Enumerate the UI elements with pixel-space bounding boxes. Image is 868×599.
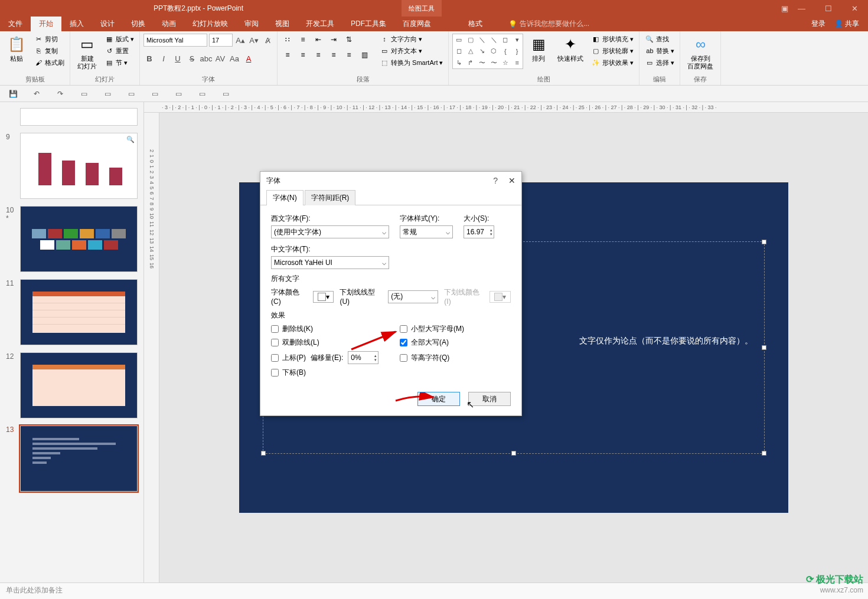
italic-button[interactable]: I: [158, 53, 169, 64]
quick-styles-button[interactable]: ✦ 快速样式: [554, 34, 587, 64]
font-color-button[interactable]: A: [243, 53, 254, 64]
share-button[interactable]: 👤 共享: [834, 19, 859, 29]
thumbnail-10[interactable]: 10*: [0, 202, 143, 276]
numbering-button[interactable]: ≡: [296, 34, 309, 45]
shape-fill-button[interactable]: ◧形状填充 ▾: [589, 34, 635, 44]
underline-style-combo[interactable]: (无): [388, 290, 438, 303]
qat-icon-3[interactable]: ▭: [125, 88, 137, 100]
dialog-titlebar[interactable]: 字体 ? ✕: [260, 172, 521, 189]
strikethrough-button[interactable]: S̶: [186, 53, 198, 64]
dialog-tab-font[interactable]: 字体(N): [266, 190, 304, 205]
cancel-button[interactable]: 取消: [468, 392, 511, 406]
tab-pdf[interactable]: PDF工具集: [342, 17, 394, 31]
qat-icon-5[interactable]: ▭: [172, 88, 184, 100]
tab-developer[interactable]: 开发工具: [298, 17, 342, 31]
help-icon[interactable]: ?: [493, 176, 498, 185]
dialog-tab-spacing[interactable]: 字符间距(R): [305, 190, 356, 205]
increase-font-icon[interactable]: A▴: [234, 34, 246, 46]
font-style-combo[interactable]: 常规: [400, 225, 453, 238]
qat-icon-6[interactable]: ▭: [196, 88, 208, 100]
tab-review[interactable]: 审阅: [236, 17, 267, 31]
text-shadow-button[interactable]: abc: [200, 53, 212, 64]
tab-animations[interactable]: 动画: [154, 17, 184, 31]
decrease-font-icon[interactable]: A▾: [248, 34, 260, 46]
font-color-picker[interactable]: ▾: [313, 291, 334, 303]
columns-button[interactable]: ▥: [358, 49, 371, 61]
bullets-button[interactable]: ∷: [281, 34, 294, 45]
paste-button[interactable]: 📋 粘贴: [4, 34, 30, 64]
subscript-checkbox[interactable]: 下标(B): [271, 368, 382, 378]
arrange-button[interactable]: ▦ 排列: [526, 34, 552, 64]
font-name-combo[interactable]: Microsoft Yal: [143, 34, 207, 47]
font-size-combo[interactable]: 17: [209, 34, 233, 47]
thumbnail-9[interactable]: 9 🔍: [0, 129, 143, 202]
distribute-button[interactable]: ≡: [342, 49, 355, 61]
reset-button[interactable]: ↺重置: [103, 45, 136, 56]
underline-color-picker[interactable]: ▾: [490, 291, 511, 303]
replace-button[interactable]: ab替换 ▾: [643, 45, 676, 56]
shape-effects-button[interactable]: ✨形状效果 ▾: [589, 57, 635, 68]
layout-button[interactable]: ▦版式 ▾: [103, 34, 136, 44]
qat-icon-7[interactable]: ▭: [220, 88, 231, 100]
increase-indent-button[interactable]: ⇥: [327, 34, 340, 45]
small-caps-checkbox[interactable]: 小型大写字母(M): [400, 324, 511, 334]
new-slide-button[interactable]: ▭ 新建 幻灯片: [74, 34, 100, 71]
tab-file[interactable]: 文件: [0, 17, 31, 31]
find-button[interactable]: 🔍查找: [643, 34, 676, 44]
align-right-button[interactable]: ≡: [312, 49, 325, 61]
text-direction-button[interactable]: ↕文字方向 ▾: [378, 34, 445, 44]
equal-height-checkbox[interactable]: 等高字符(Q): [400, 351, 511, 364]
format-painter-button[interactable]: 🖌格式刷: [32, 57, 66, 68]
clear-format-icon[interactable]: A̷: [262, 34, 273, 46]
tab-transitions[interactable]: 切换: [123, 17, 154, 31]
cut-button[interactable]: ✂剪切: [32, 34, 66, 44]
character-spacing-button[interactable]: AV: [214, 53, 226, 64]
shape-outline-button[interactable]: ▢形状轮廓 ▾: [589, 45, 635, 56]
tab-baidu[interactable]: 百度网盘: [394, 17, 439, 31]
redo-icon[interactable]: ↷: [54, 88, 66, 100]
close-icon[interactable]: ✕: [508, 176, 515, 185]
align-text-button[interactable]: ▭对齐文本 ▾: [378, 45, 445, 56]
cjk-font-combo[interactable]: Microsoft YaHei UI: [271, 256, 389, 269]
tab-design[interactable]: 设计: [92, 17, 123, 31]
minimize-button[interactable]: [788, 0, 815, 17]
tab-slideshow[interactable]: 幻灯片放映: [184, 17, 236, 31]
decrease-indent-button[interactable]: ⇤: [312, 34, 325, 45]
select-button[interactable]: ▭选择 ▾: [643, 57, 676, 68]
notes-pane[interactable]: 单击此处添加备注: [0, 582, 868, 599]
close-button[interactable]: [841, 0, 868, 17]
double-strikethrough-checkbox[interactable]: 双删除线(L): [271, 338, 382, 348]
undo-icon[interactable]: ↶: [31, 88, 43, 100]
ribbon-display-options-icon[interactable]: ▣: [781, 4, 788, 13]
thumbnail-8-partial[interactable]: [0, 104, 143, 129]
section-button[interactable]: ▤节 ▾: [103, 57, 136, 68]
qat-icon-1[interactable]: ▭: [78, 88, 90, 100]
offset-spinner[interactable]: 0%: [348, 351, 378, 364]
line-spacing-button[interactable]: ⇅: [342, 34, 355, 45]
thumbnail-11[interactable]: 11: [0, 276, 143, 349]
ok-button[interactable]: 确定: [417, 392, 460, 406]
save-to-baidu-button[interactable]: ∞ 保存到 百度网盘: [684, 34, 717, 71]
change-case-button[interactable]: Aa: [229, 53, 240, 64]
superscript-checkbox[interactable]: 上标(P): [271, 353, 306, 363]
tab-format[interactable]: 格式: [460, 17, 491, 31]
font-size-spinner[interactable]: 16.97: [464, 225, 494, 238]
align-left-button[interactable]: ≡: [281, 49, 294, 61]
thumbnail-13[interactable]: 13: [0, 422, 143, 495]
thumbnail-12[interactable]: 12: [0, 349, 143, 422]
bold-button[interactable]: B: [143, 53, 155, 64]
convert-smartart-button[interactable]: ⬚转换为 SmartArt ▾: [378, 57, 445, 68]
slide-thumbnails-panel[interactable]: 9 🔍 10* 11: [0, 102, 144, 582]
copy-button[interactable]: ⎘复制: [32, 45, 66, 56]
latin-font-combo[interactable]: (使用中文字体): [271, 225, 389, 238]
all-caps-checkbox[interactable]: 全部大写(A): [400, 338, 511, 348]
shapes-gallery[interactable]: ▭▢＼＼◻▾ ◻△↘⬡{} ↳↱〜〜☆≡: [452, 34, 523, 69]
underline-button[interactable]: U: [172, 53, 184, 64]
justify-button[interactable]: ≡: [327, 49, 340, 61]
qat-icon-4[interactable]: ▭: [149, 88, 161, 100]
tell-me-search[interactable]: 💡 告诉我您想要做什么...: [508, 17, 589, 31]
login-link[interactable]: 登录: [811, 19, 825, 29]
maximize-button[interactable]: [815, 0, 841, 17]
tab-insert[interactable]: 插入: [61, 17, 92, 31]
save-icon[interactable]: 💾: [7, 88, 19, 100]
